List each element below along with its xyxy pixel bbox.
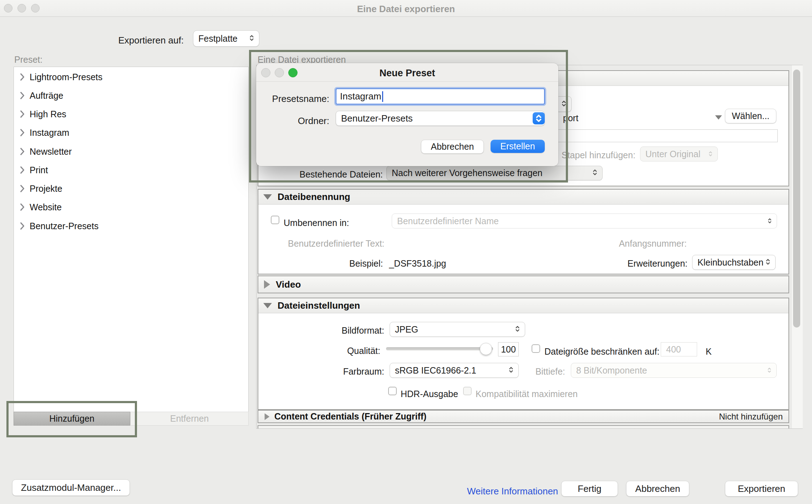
export-to-dropdown[interactable]: Festplatte (193, 30, 259, 47)
section-file-naming-header[interactable]: Dateibenennung (258, 190, 788, 205)
maximize-compatibility-label: Kompatibilität maximieren (476, 389, 578, 399)
plugin-manager-button[interactable]: Zusatzmodul-Manager... (12, 479, 130, 496)
folder-dropdown-stepper[interactable] (533, 112, 545, 124)
updown-chevron-icon (249, 34, 254, 44)
window-title: Eine Datei exportieren (0, 4, 812, 15)
dialog-create-button[interactable]: Erstellen (491, 140, 545, 153)
section-video-header[interactable]: Video (258, 276, 788, 293)
chevron-right-icon (20, 166, 25, 174)
chevron-right-icon (20, 92, 25, 99)
rename-label: Umbenennen in: (284, 218, 349, 228)
existing-files-dropdown[interactable]: Nach weiterer Vorgehensweise fragen (386, 166, 603, 180)
section-file-settings-header[interactable]: Dateieinstellungen (258, 298, 788, 313)
preset-name-input[interactable]: Instagram (336, 88, 545, 104)
preset-item-high-res[interactable]: High Res (14, 108, 242, 120)
rename-pattern-dropdown: Benutzerdefinierter Name (392, 214, 777, 228)
updown-chevron-icon (709, 149, 712, 159)
preset-item-instagram[interactable]: Instagram (14, 127, 242, 139)
section-content-credentials: Content Credentials (Früher Zugriff) Nic… (258, 410, 789, 423)
chevron-right-icon (20, 148, 25, 155)
text-caret (382, 91, 383, 102)
preset-item-auftraege[interactable]: Aufträge (14, 89, 242, 102)
folder-dropdown[interactable]: Benutzer-Presets (336, 111, 545, 126)
existing-files-label: Bestehende Dateien: (283, 169, 383, 180)
hdr-output-label: HDR-Ausgabe (401, 389, 458, 399)
disclosure-closed-icon[interactable] (265, 413, 270, 420)
colorspace-dropdown[interactable]: sRGB IEC61966-2.1 (390, 363, 519, 378)
chevron-right-icon (20, 185, 25, 192)
preset-item-projekte[interactable]: Projekte (14, 182, 242, 195)
limit-filesize-checkbox[interactable] (532, 344, 540, 353)
example-filename: Beispiel: _DSF3518.jpg (349, 258, 446, 269)
quality-slider-knob[interactable] (480, 343, 492, 355)
window-titlebar: Eine Datei exportieren (0, 0, 812, 17)
limit-filesize-unit: K (706, 346, 712, 357)
export-to-value: Festplatte (198, 34, 238, 44)
quality-value-field[interactable]: 100 (498, 342, 519, 356)
preset-item-print[interactable]: Print (14, 164, 242, 176)
quality-slider-track[interactable] (386, 347, 493, 350)
section-file-naming: Dateibenennung Umbenennen in: Benutzerde… (258, 189, 789, 274)
preset-name-label: Presetsname: (256, 94, 329, 104)
export-to-label: Exportieren auf: (77, 35, 184, 46)
folder-label: Ordner: (256, 116, 329, 127)
choose-folder-button[interactable]: Wählen... (725, 109, 776, 123)
hdr-output-checkbox[interactable] (388, 387, 397, 395)
updown-chevron-icon (593, 168, 597, 178)
chevron-right-icon (20, 203, 25, 211)
preset-item-website[interactable]: Website (14, 201, 242, 213)
start-number-label: Anfangsnummer: (597, 238, 687, 249)
preset-name-value: Instagram (340, 91, 381, 102)
image-format-label: Bildformat: (308, 325, 384, 336)
rename-checkbox[interactable] (271, 216, 279, 224)
remove-preset-button[interactable]: Entfernen (130, 412, 249, 426)
limit-filesize-label: Dateigröße beschränken auf: (544, 346, 659, 357)
scrollbar-thumb[interactable] (793, 70, 800, 328)
preset-item-newsletter[interactable]: Newsletter (14, 145, 242, 158)
disclosure-open-icon[interactable] (263, 303, 272, 308)
chevron-right-icon (20, 73, 25, 81)
limit-filesize-value-field: 400 (661, 342, 697, 356)
custom-text-label: Benutzerdefinierter Text: (288, 238, 385, 249)
folder-value: Benutzer-Presets (341, 113, 413, 124)
dialog-title: Neue Preset (256, 68, 558, 79)
updown-chevron-icon (515, 324, 520, 335)
add-preset-button[interactable]: Hinzufügen (14, 412, 130, 426)
export-folder-path: port (563, 113, 578, 123)
maximize-compatibility-checkbox (463, 387, 472, 395)
disclosure-open-icon[interactable] (263, 194, 272, 200)
export-button[interactable]: Exportieren (725, 481, 798, 497)
colorspace-label: Farbraum: (308, 366, 384, 377)
bitdepth-dropdown: 8 Bit/Komponente (571, 363, 777, 378)
section-video: Video (258, 276, 789, 293)
stack-position-dropdown: Unter Original (640, 146, 718, 161)
preset-panel-label: Preset: (14, 55, 42, 65)
updown-chevron-icon (509, 365, 513, 376)
disclosure-closed-icon[interactable] (264, 280, 270, 289)
new-preset-dialog: Neue Preset Presetsname: Instagram Ordne… (256, 63, 558, 166)
updown-chevron-icon (766, 257, 770, 268)
quality-label: Qualität: (308, 346, 380, 356)
preset-item-benutzer-presets[interactable]: Benutzer-Presets (14, 220, 242, 232)
credentials-status: Nicht hinzufügen (719, 412, 783, 422)
dialog-separator (256, 81, 558, 82)
chevron-right-icon (20, 129, 25, 137)
updown-chevron-icon (767, 365, 771, 376)
bitdepth-label: Bittiefe: (514, 366, 565, 377)
done-button[interactable]: Fertig (561, 481, 618, 497)
dialog-cancel-button[interactable]: Abbrechen (421, 140, 484, 154)
cancel-button[interactable]: Abbrechen (626, 481, 689, 497)
updown-chevron-icon (536, 114, 542, 123)
add-to-stack-label: Stapel hinzufügen: (562, 150, 635, 160)
recent-folders-arrow-icon[interactable] (715, 115, 722, 120)
preset-list (14, 67, 249, 426)
extensions-dropdown[interactable]: Kleinbuchstaben (692, 255, 776, 270)
extensions-label: Erweiterungen: (618, 258, 687, 269)
image-format-dropdown[interactable]: JPEG (390, 322, 525, 337)
more-info-link[interactable]: Weitere Informationen (467, 486, 558, 497)
preset-item-lightroom-presets[interactable]: Lightroom-Presets (14, 71, 242, 83)
updown-chevron-icon (562, 99, 566, 109)
chevron-right-icon (20, 222, 25, 230)
example-filename-value: _DSF3518.jpg (389, 258, 446, 268)
section-content-credentials-header[interactable]: Content Credentials (Früher Zugriff) Nic… (258, 411, 788, 422)
